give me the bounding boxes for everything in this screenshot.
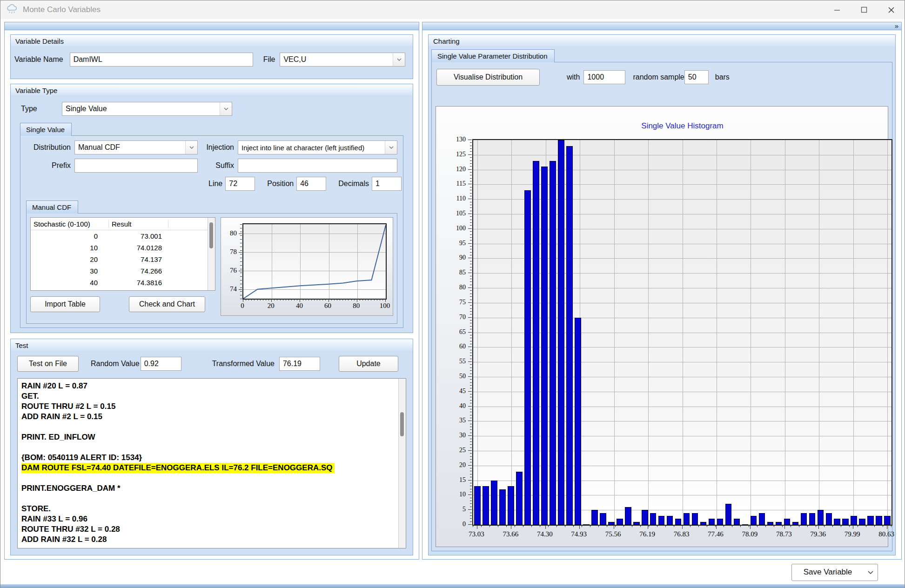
- minimize-button[interactable]: [824, 0, 851, 19]
- chevron-down-icon: [864, 571, 878, 574]
- x-minor-tick: [841, 525, 841, 527]
- maximize-button[interactable]: [851, 0, 878, 19]
- y-minor-tick: [470, 424, 472, 424]
- x-minor-tick: [782, 525, 783, 527]
- table-scrollbar-thumb[interactable]: [209, 222, 213, 248]
- decimals-input[interactable]: [372, 177, 402, 191]
- prefix-input[interactable]: [74, 159, 198, 173]
- histogram-bar-slot: [733, 140, 741, 525]
- histogram-bar-slot: [683, 140, 691, 525]
- update-button[interactable]: Update: [339, 356, 398, 372]
- y-minor-tick: [470, 415, 472, 415]
- y-minor-tick: [470, 406, 472, 407]
- close-button[interactable]: [878, 0, 905, 19]
- chevron-down-icon: [220, 102, 232, 115]
- random-value-input[interactable]: [141, 357, 181, 371]
- histogram-bar-slot: [858, 140, 866, 525]
- column-header-result[interactable]: Result: [109, 220, 168, 228]
- table-row[interactable]: 1074.0128: [31, 242, 208, 254]
- histogram-bar-slot: [766, 140, 774, 525]
- y-minor-tick: [470, 344, 472, 344]
- suffix-label: Suffix: [205, 161, 234, 170]
- histogram-bar: [583, 524, 590, 525]
- x-minor-tick: [243, 299, 243, 301]
- variable-name-input[interactable]: [70, 53, 253, 67]
- suffix-input[interactable]: [238, 159, 397, 173]
- column-header-stochastic[interactable]: Stochastic (0-100): [31, 220, 109, 228]
- histogram-bar: [876, 516, 882, 525]
- histogram-bar: [533, 161, 539, 525]
- log-scrollbar[interactable]: [398, 379, 406, 548]
- x-tick-label: 40: [292, 302, 307, 310]
- right-panel: » Charting Single Value Parameter Distri…: [422, 22, 902, 560]
- y-minor-tick: [470, 515, 472, 516]
- position-input[interactable]: [296, 177, 326, 191]
- panel-expand-icon[interactable]: »: [895, 23, 901, 29]
- histogram-bar-slot: [674, 140, 683, 525]
- histogram-bar-slot: [507, 140, 515, 525]
- x-minor-tick: [382, 299, 383, 301]
- test-log-area[interactable]: RAIN #20 L = 0.87GET.ROUTE THRU #2 L = 0…: [17, 378, 406, 548]
- y-minor-tick: [470, 300, 472, 300]
- histogram-bar-slot: [741, 140, 750, 525]
- histogram-bar: [650, 513, 657, 525]
- x-tick-label: 78.73: [771, 530, 797, 538]
- y-minor-tick: [470, 234, 472, 235]
- check-and-chart-button[interactable]: Check and Chart: [129, 296, 205, 312]
- cdf-table[interactable]: Stochastic (0-100) Result 073.0011074.01…: [30, 217, 215, 291]
- random-value-label: Random Value: [91, 360, 140, 368]
- distribution-combo[interactable]: Manual CDF: [74, 140, 198, 154]
- x-minor-tick: [260, 299, 261, 301]
- save-variable-button[interactable]: Save Variable: [791, 564, 878, 581]
- visualise-distribution-button[interactable]: Visualise Distribution: [436, 69, 540, 86]
- y-tick-label: 0: [451, 521, 466, 528]
- y-minor-tick: [470, 391, 472, 392]
- left-panel: Variable Details Variable Name File VEC,…: [4, 22, 419, 560]
- transformed-value-input[interactable]: [279, 357, 320, 371]
- file-combo[interactable]: VEC,U: [280, 53, 405, 67]
- tab-manual-cdf[interactable]: Manual CDF: [26, 200, 78, 214]
- table-row[interactable]: 073.001: [31, 230, 208, 242]
- import-table-button[interactable]: Import Table: [30, 296, 100, 312]
- x-minor-tick: [707, 525, 707, 527]
- x-minor-tick: [665, 525, 666, 527]
- y-minor-tick: [470, 190, 472, 190]
- table-cell: 10: [31, 244, 109, 252]
- histogram-bar: [675, 519, 682, 525]
- y-minor-tick: [470, 359, 472, 359]
- tab-single-value-parameter-distribution[interactable]: Single Value Parameter Distribution: [431, 49, 555, 62]
- bars-count-input[interactable]: [684, 70, 709, 84]
- x-minor-tick: [674, 525, 674, 527]
- table-row[interactable]: 3074.266: [31, 265, 208, 277]
- type-combo[interactable]: Single Value: [62, 102, 232, 116]
- x-minor-tick: [623, 525, 624, 527]
- y-tick-label: 30: [451, 432, 466, 439]
- x-minor-tick: [556, 525, 557, 527]
- x-minor-tick: [257, 299, 258, 301]
- table-row[interactable]: 2074.137: [31, 254, 208, 265]
- x-minor-tick: [277, 299, 277, 301]
- log-scrollbar-thumb[interactable]: [400, 412, 404, 436]
- injection-combo[interactable]: Inject into line at character (left just…: [238, 140, 397, 154]
- histogram-bar-slot: [574, 140, 582, 525]
- sample-size-input[interactable]: [583, 70, 625, 84]
- histogram-bar-slot: [532, 140, 540, 525]
- y-minor-tick: [470, 441, 472, 442]
- line-input[interactable]: [225, 177, 255, 191]
- tab-single-value[interactable]: Single Value: [20, 123, 72, 136]
- y-minor-tick: [470, 492, 472, 492]
- y-minor-tick: [470, 148, 472, 149]
- prefix-label: Prefix: [26, 161, 71, 170]
- x-minor-tick: [791, 525, 791, 527]
- x-minor-tick: [649, 525, 649, 527]
- table-row[interactable]: 4074.3816: [31, 277, 208, 288]
- x-minor-tick: [246, 299, 246, 301]
- histogram-bar-slot: [599, 140, 607, 525]
- histogram-bar-slot: [515, 140, 523, 525]
- x-minor-tick: [348, 299, 349, 301]
- decimals-label: Decimals: [338, 180, 369, 188]
- histogram-bar-slot: [523, 140, 532, 525]
- y-minor-tick: [470, 433, 472, 433]
- table-scrollbar[interactable]: [208, 218, 215, 290]
- test-on-file-button[interactable]: Test on File: [17, 356, 79, 372]
